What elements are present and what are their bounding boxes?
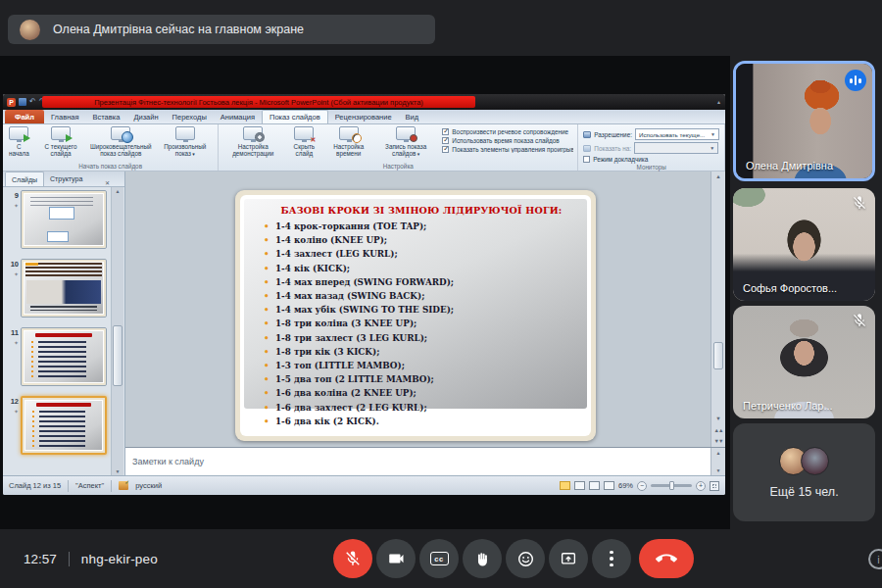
ribbon-checkbox-row[interactable]: Показать элементы управления проигрывате… bbox=[442, 146, 573, 153]
present-button[interactable] bbox=[549, 539, 588, 578]
checkbox-checked-icon[interactable] bbox=[442, 137, 449, 144]
normal-view-icon[interactable] bbox=[560, 481, 570, 490]
scrollbar-thumb[interactable] bbox=[113, 325, 122, 386]
window-title: Презентація Фітнес-технології Гостьова л… bbox=[42, 96, 475, 108]
slide-thumbnail[interactable] bbox=[21, 327, 107, 386]
slide-title: БАЗОВІ КРОКИ ЗІ ЗМІНОЮ ЛІДИРУЮЧОЇ НОГИ: bbox=[264, 205, 579, 216]
slideshow-view-icon[interactable] bbox=[604, 481, 614, 490]
panel-tab[interactable]: Структура bbox=[44, 172, 88, 186]
ribbon-tab-bar: ФайлГлавнаяВставкаДизайнПереходыАнимация… bbox=[3, 110, 725, 124]
animation-star-icon: ✦ bbox=[14, 270, 19, 277]
previous-slide-icon[interactable]: ▲▲ bbox=[711, 427, 725, 433]
ribbon-checkbox-row[interactable]: Воспроизвести речевое сопровождение bbox=[442, 128, 573, 135]
language-indicator[interactable]: русский bbox=[135, 481, 162, 490]
resolution-label: Разрешение: bbox=[594, 131, 632, 138]
zoom-slider-thumb[interactable] bbox=[669, 481, 674, 490]
reactions-button[interactable] bbox=[506, 539, 545, 578]
ribbon-tab[interactable]: Главная bbox=[44, 110, 86, 123]
info-icon[interactable]: i bbox=[868, 549, 882, 569]
ribbon-button[interactable]: Широковещательный показ слайдов bbox=[88, 125, 153, 158]
more-options-button[interactable] bbox=[592, 539, 631, 578]
presenter-toast: Олена Дмитрівна сейчас на главном экране bbox=[8, 15, 435, 44]
reading-view-icon[interactable] bbox=[589, 481, 600, 490]
presenter-mode-row[interactable]: Режим докладчика bbox=[583, 156, 648, 163]
slide-canvas[interactable]: БАЗОВІ КРОКИ ЗІ ЗМІНОЮ ЛІДИРУЮЧОЇ НОГИ: … bbox=[235, 190, 596, 441]
slide-bullet: 1-4 мах назад (SWING BACK); bbox=[264, 289, 579, 303]
ribbon-tab[interactable]: Переходы bbox=[166, 110, 214, 123]
close-icon[interactable]: ✕ bbox=[105, 179, 110, 186]
ribbon-collapse-icon[interactable]: ▴ bbox=[717, 98, 720, 105]
zoom-out-button[interactable]: − bbox=[637, 481, 647, 491]
ppt-status-bar: Слайд 12 из 15 "Аспект" русский 69% − + bbox=[3, 475, 725, 495]
ribbon-button[interactable]: Произвольный показ bbox=[154, 125, 216, 159]
slide-thumbnail[interactable] bbox=[21, 190, 107, 249]
end-call-button[interactable] bbox=[639, 539, 694, 578]
fit-to-window-icon[interactable] bbox=[710, 481, 719, 491]
screen-share-area: P ↶ ↷ ▾ Презентація Фітнес-технології Го… bbox=[0, 56, 730, 529]
slides-panel: СлайдыСтруктура ✕ 9 ✦ bbox=[3, 172, 125, 475]
editor-scrollbar[interactable]: ▲ ▼ ▲▲ ▼▼ bbox=[710, 172, 725, 447]
ribbon-button[interactable]: С текущего слайда bbox=[34, 125, 88, 158]
ribbon-tab[interactable]: Анимация bbox=[214, 110, 262, 123]
slide-thumbnail-row: 9 ✦ bbox=[5, 190, 109, 249]
ribbon-tab[interactable]: Дизайн bbox=[126, 110, 165, 123]
scroll-up-icon: ▲ bbox=[711, 173, 725, 179]
slide-thumbnail[interactable] bbox=[21, 396, 107, 455]
zoom-slider[interactable] bbox=[651, 484, 692, 487]
zoom-in-button[interactable]: + bbox=[696, 481, 706, 491]
setup-screen-icon bbox=[339, 126, 359, 140]
participant-tile[interactable]: Софья Форостов... bbox=[733, 188, 875, 301]
slide-sorter-icon[interactable] bbox=[574, 481, 585, 490]
checkbox-checked-icon[interactable] bbox=[442, 146, 449, 153]
next-slide-icon[interactable]: ▼▼ bbox=[711, 438, 725, 444]
undo-icon[interactable]: ↶ bbox=[29, 98, 36, 106]
ribbon-checkbox-row[interactable]: Использовать время показа слайдов bbox=[442, 137, 573, 144]
checkbox-checked-icon[interactable] bbox=[442, 128, 449, 135]
group-label: Начать показ слайдов bbox=[5, 162, 216, 171]
participant-tile[interactable]: Олена Дмитрівна bbox=[733, 61, 875, 181]
scroll-up-icon: ▲ bbox=[716, 450, 721, 456]
ppt-titlebar: P ↶ ↷ ▾ Презентація Фітнес-технології Го… bbox=[3, 94, 725, 110]
participant-tile[interactable]: Петриченко Лар... bbox=[733, 306, 875, 418]
group-label: Мониторы bbox=[580, 163, 722, 172]
ribbon-button[interactable]: Запись показа слайдов bbox=[374, 125, 437, 159]
ribbon-button[interactable]: Настройка демонстрации bbox=[220, 125, 285, 159]
slide-bullet: 1-6 два коліна (2 KNEE UP); bbox=[264, 386, 579, 400]
ribbon-tab[interactable]: Файл bbox=[5, 110, 44, 123]
slide-bullet: 1-8 три коліна (3 KNEE UP); bbox=[264, 317, 579, 330]
panel-tab[interactable]: Слайды bbox=[5, 172, 44, 186]
animation-star-icon: ✦ bbox=[14, 339, 19, 346]
scrollbar-thumb[interactable] bbox=[713, 342, 723, 369]
ribbon-button[interactable]: Настройка времени bbox=[322, 125, 374, 159]
checkbox-unchecked-icon[interactable] bbox=[583, 156, 590, 163]
ribbon-tab[interactable]: Показ слайдов bbox=[262, 110, 328, 123]
camera-button[interactable] bbox=[376, 539, 416, 578]
meeting-code: nhg-ekir-peo bbox=[81, 552, 158, 566]
call-end-icon bbox=[656, 548, 677, 569]
ribbon-button[interactable]: Скрыть слайд bbox=[285, 125, 322, 159]
slideshow-screen-icon bbox=[175, 126, 195, 140]
setup-screen-icon bbox=[396, 126, 416, 140]
resolution-dropdown[interactable]: Использовать текуще... ▼ bbox=[635, 128, 719, 140]
spellcheck-icon[interactable] bbox=[119, 481, 128, 490]
slide-thumbnail[interactable] bbox=[21, 259, 107, 318]
show-on-dropdown[interactable]: ▼ bbox=[634, 142, 718, 154]
slide-bullet: 1-6 два захлест (2 LEG KURL); bbox=[264, 401, 579, 415]
slide-bullet: 1-4 кік (KICK); bbox=[264, 262, 579, 275]
group-label: Настройка bbox=[220, 162, 575, 171]
panel-scrollbar[interactable]: ▲ ▼ bbox=[111, 187, 123, 475]
ribbon-button[interactable]: С начала bbox=[5, 125, 33, 158]
captions-button[interactable]: cc bbox=[419, 539, 459, 578]
more-participants-tile[interactable]: Ещё 15 чел. bbox=[733, 423, 875, 521]
notes-pane[interactable]: Заметки к слайду ▲▼ bbox=[125, 447, 725, 475]
slide-bullet: 1-6 два кік (2 KICK). bbox=[264, 415, 579, 428]
speaking-indicator-icon bbox=[845, 70, 866, 91]
ribbon-tab[interactable]: Вставка bbox=[86, 110, 127, 123]
save-icon[interactable] bbox=[19, 98, 26, 106]
raise-hand-button[interactable] bbox=[463, 539, 502, 578]
ribbon-tab[interactable]: Вид bbox=[399, 110, 426, 123]
ribbon-tab[interactable]: Рецензирование bbox=[328, 110, 399, 123]
notes-scrollbar[interactable]: ▲▼ bbox=[710, 448, 725, 475]
mic-mute-button[interactable] bbox=[333, 539, 372, 578]
resolution-icon bbox=[583, 131, 591, 138]
